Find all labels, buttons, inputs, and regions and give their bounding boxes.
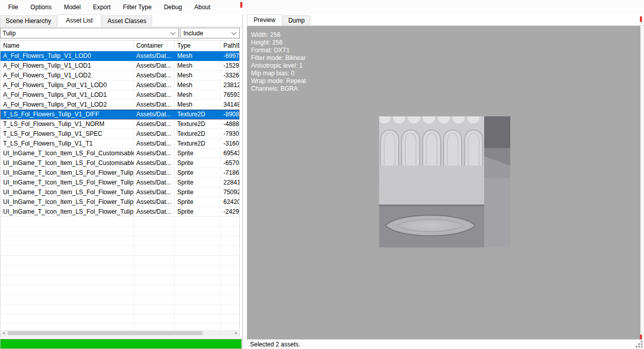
cell-pathid: -15290 — [221, 61, 239, 71]
cell-name: UI_InGame_T_Icon_Item_LS_Fol_Flower_Tuli… — [1, 197, 134, 207]
menu-item-options[interactable]: Options — [24, 1, 57, 13]
cell-name: UI_InGame_T_Icon_Item_LS_Fol_Customisabl… — [1, 158, 134, 168]
menu-item-model[interactable]: Model — [58, 1, 87, 13]
cell-container: Assets/Dat... — [134, 149, 175, 158]
cell-container: Assets/Dat... — [134, 158, 175, 168]
cell-pathid: 624205 — [221, 197, 239, 207]
cell-container: Assets/Dat... — [134, 207, 175, 217]
cell-type: Texture2D — [175, 110, 221, 119]
table-row[interactable]: A_Fol_Flowers_Tulips_Pot_V1_LOD2 Assets/… — [1, 100, 239, 110]
right-panel: Preview Dump Width: 256 Height: 256 Form… — [247, 14, 644, 349]
table-row[interactable]: T_LS_Fol_Flowers_Tulip_V1_DIFF Assets/Da… — [1, 110, 239, 119]
column-header-pathid[interactable]: PathID — [221, 40, 239, 51]
filter-mode-value: Include — [180, 28, 205, 37]
table-row[interactable]: UI_InGame_T_Icon_Item_LS_Fol_Flower_Tuli… — [1, 207, 239, 217]
cell-name: UI_InGame_T_Icon_Item_LS_Fol_Flower_Tuli… — [1, 207, 134, 217]
scroll-left-icon[interactable] — [3, 332, 5, 335]
column-header-name[interactable]: Name — [1, 40, 134, 51]
cell-name: A_Fol_Flowers_Tulip_V1_LOD1 — [1, 61, 134, 71]
cell-name: A_Fol_Flowers_Tulips_Pot_V1_LOD2 — [1, 100, 134, 110]
asset-studio-window: File Options Model Export Filter Type De… — [0, 0, 644, 349]
cell-type: Mesh — [175, 51, 221, 61]
cell-container: Assets/Dat... — [134, 51, 175, 61]
tab-dump[interactable]: Dump — [283, 15, 310, 25]
cell-type: Mesh — [175, 61, 221, 71]
panel-splitter[interactable] — [243, 14, 247, 349]
table-row[interactable]: UI_InGame_T_Icon_Item_LS_Fol_Flower_Tuli… — [1, 188, 239, 197]
menu-item-filter-type[interactable]: Filter Type — [117, 1, 158, 13]
cell-pathid: 238126 — [221, 80, 239, 90]
table-row[interactable]: T_LS_Fol_Flowers_Tulip_V1_SPEC Assets/Da… — [1, 129, 239, 139]
cell-name: UI_InGame_T_Icon_Item_LS_Fol_Flower_Tuli… — [1, 178, 134, 188]
table-row[interactable]: UI_InGame_T_Icon_Item_LS_Fol_Flower_Tuli… — [1, 197, 239, 207]
table-row[interactable]: UI_InGame_T_Icon_Item_LS_Fol_Flower_Tuli… — [1, 178, 239, 188]
preview-info-line: Channels: BGRA — [251, 85, 306, 93]
chevron-down-icon[interactable] — [171, 30, 176, 35]
cell-pathid: 228410 — [221, 178, 239, 188]
horizontal-scrollbar-thumb[interactable] — [8, 331, 202, 335]
preview-panel: Width: 256 Height: 256 Format: DXT1 Filt… — [247, 26, 640, 339]
red-marker — [640, 16, 642, 22]
cell-container: Assets/Dat... — [134, 90, 175, 100]
menu-item-about[interactable]: About — [188, 1, 216, 13]
table-row[interactable]: A_Fol_Flowers_Tulip_V1_LOD2 Assets/Dat..… — [1, 71, 239, 80]
status-bar: Selected 2 assets. — [247, 339, 644, 349]
table-row[interactable]: A_Fol_Flowers_Tulip_V1_LOD1 Assets/Dat..… — [1, 61, 239, 71]
filter-mode-combobox[interactable]: Include — [180, 28, 240, 38]
scroll-right-icon[interactable] — [235, 332, 237, 335]
cell-type: Mesh — [175, 80, 221, 90]
cell-pathid: 341485 — [221, 100, 239, 110]
table-row[interactable]: UI_InGame_T_Icon_Item_LS_Fol_Customisabl… — [1, 149, 239, 158]
column-header-type[interactable]: Type — [175, 40, 221, 51]
cell-pathid: -33264 — [221, 71, 239, 80]
progress-bar — [0, 339, 242, 349]
cell-pathid: -69978 — [221, 51, 239, 61]
table-row[interactable]: T_LS_Fol_Flowers_Tulip_V1_T1 Assets/Dat.… — [1, 139, 239, 149]
cell-container: Assets/Dat... — [134, 119, 175, 129]
cell-name: UI_InGame_T_Icon_Item_LS_Fol_Customisabl… — [1, 149, 134, 158]
table-row[interactable]: T_LS_Fol_Flowers_Tulip_V1_NORM Assets/Da… — [1, 119, 239, 129]
red-marker — [240, 2, 242, 8]
texture-preview-image — [379, 116, 510, 248]
cell-container: Assets/Dat... — [134, 139, 175, 149]
cell-type: Texture2D — [175, 139, 221, 149]
status-text: Selected 2 assets. — [250, 341, 300, 348]
table-horizontal-scrollbar[interactable] — [1, 330, 239, 336]
cell-pathid: 765939 — [221, 90, 239, 100]
column-header-container[interactable]: Container — [134, 40, 175, 51]
red-marker — [640, 335, 642, 339]
search-input[interactable] — [1, 28, 169, 38]
cell-type: Texture2D — [175, 129, 221, 139]
cell-type: Sprite — [175, 149, 221, 158]
preview-info-line: Height: 256 — [251, 39, 306, 47]
preview-info: Width: 256 Height: 256 Format: DXT1 Filt… — [251, 31, 306, 93]
menu-item-debug[interactable]: Debug — [158, 1, 188, 13]
menu-item-file[interactable]: File — [2, 1, 24, 13]
cell-container: Assets/Dat... — [134, 178, 175, 188]
tab-scene-hierarchy[interactable]: Scene Hierarchy — [0, 15, 57, 26]
table-row[interactable]: UI_InGame_T_Icon_Item_LS_Fol_Customisabl… — [1, 158, 239, 168]
cell-name: UI_InGame_T_Icon_Item_LS_Fol_Flower_Tuli… — [1, 168, 134, 178]
asset-list-body: A_Fol_Flowers_Tulip_V1_LOD0 Assets/Dat..… — [1, 51, 239, 330]
cell-container: Assets/Dat... — [134, 197, 175, 207]
tab-preview[interactable]: Preview — [247, 14, 282, 26]
table-row[interactable]: A_Fol_Flowers_Tulip_V1_LOD0 Assets/Dat..… — [1, 51, 239, 61]
cell-pathid: 695437 — [221, 149, 239, 158]
resize-grip-icon[interactable] — [636, 341, 642, 347]
chevron-down-icon[interactable] — [232, 30, 237, 35]
table-row[interactable]: UI_InGame_T_Icon_Item_LS_Fol_Flower_Tuli… — [1, 168, 239, 178]
menu-item-export[interactable]: Export — [87, 1, 117, 13]
filter-search-combobox[interactable] — [0, 28, 179, 38]
table-row[interactable]: A_Fol_Flowers_Tulips_Pot_V1_LOD1 Assets/… — [1, 90, 239, 100]
preview-vertical-scrollbar[interactable] — [640, 26, 644, 339]
cell-container: Assets/Dat... — [134, 80, 175, 90]
cell-container: Assets/Dat... — [134, 100, 175, 110]
cell-pathid: 750920 — [221, 188, 239, 197]
table-row[interactable]: A_Fol_Flowers_Tulips_Pot_V1_LOD0 Assets/… — [1, 80, 239, 90]
right-tab-strip: Preview Dump — [247, 14, 644, 26]
tab-asset-list[interactable]: Asset List — [57, 14, 101, 27]
left-tab-strip: Scene Hierarchy Asset List Asset Classes — [0, 14, 242, 27]
tab-asset-classes[interactable]: Asset Classes — [102, 15, 152, 26]
preview-info-line: Mip map bias: 0 — [251, 70, 306, 77]
cell-type: Mesh — [175, 71, 221, 80]
